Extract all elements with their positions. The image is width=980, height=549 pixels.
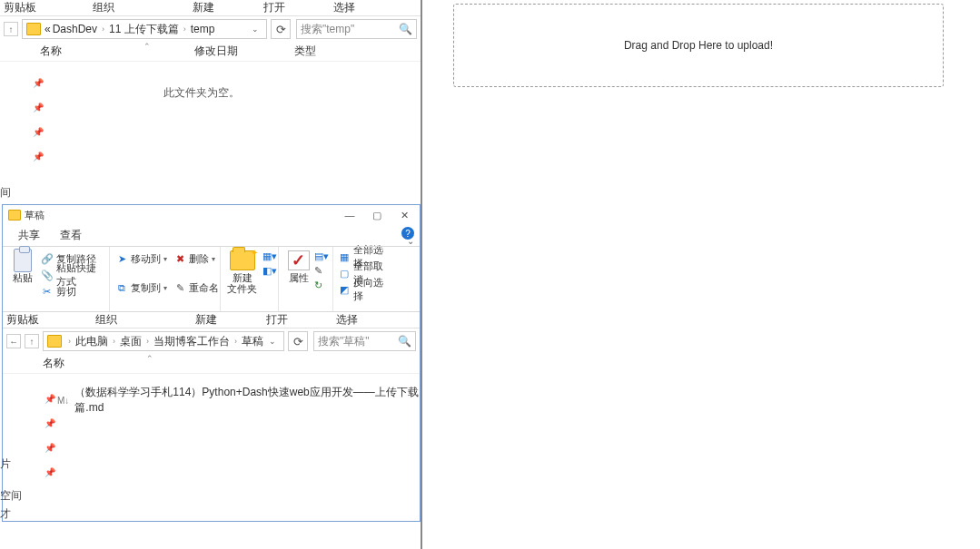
section-select-label: 选择 xyxy=(311,312,383,328)
section-open-label: 打开 xyxy=(243,312,311,328)
new-folder-button[interactable]: ✦ 新建 文件夹 xyxy=(223,249,262,294)
sort-indicator-icon: ⌃ xyxy=(144,42,151,51)
breadcrumb-2[interactable]: › 此电脑 › 桌面 › 当期博客工作台 › 草稿 ⌄ xyxy=(43,331,284,351)
section-new-label: 新建 xyxy=(167,0,240,15)
nav-up-button[interactable]: ↑ xyxy=(4,22,18,36)
column-name[interactable]: 名称 xyxy=(43,356,197,371)
paste-button[interactable]: 粘贴 xyxy=(8,249,37,299)
properties-button[interactable]: ✓ 属性 xyxy=(283,249,314,291)
ribbon-2: 粘贴 🔗复制路径 📎粘贴快捷方式 ✂剪切 ➤移动到▾ ⧉复制到▾ xyxy=(3,247,420,312)
select-none-icon: ▢ xyxy=(339,267,351,279)
paste-shortcut-button[interactable]: 📎粘贴快捷方式 xyxy=(41,267,104,283)
explorer-window-2: 草稿 — ▢ ✕ 共享 查看 ⌄ ? 粘贴 � xyxy=(2,204,421,522)
address-bar-2: ← ↑ › 此电脑 › 桌面 › 当期博客工作台 › 草稿 ⌄ ⟳ 搜索"草稿"… xyxy=(3,328,420,354)
address-bar-1: ↑ « DashDev › 11 上传下载篇 › temp ⌄ ⟳ 搜索"tem… xyxy=(0,16,421,42)
properties-icon: ✓ xyxy=(288,250,310,270)
new-item-icon[interactable]: ▦▾ xyxy=(262,250,277,262)
dropzone-label: Drag and Drop Here to upload! xyxy=(624,39,773,52)
tab-view[interactable]: 查看 xyxy=(50,224,92,246)
pin-icon: 📌 xyxy=(45,467,55,477)
edit-icon[interactable]: ✎ xyxy=(314,265,329,277)
chevron-right-icon: › xyxy=(110,337,118,346)
upload-dropzone[interactable]: Drag and Drop Here to upload! xyxy=(453,4,944,87)
scissors-icon: ✂ xyxy=(41,285,54,298)
breadcrumb-dropdown[interactable]: ⌄ xyxy=(265,337,280,346)
ribbon-tabs: 共享 查看 ⌄ ? xyxy=(3,225,420,247)
nav-up-button[interactable]: ↑ xyxy=(25,334,39,348)
column-date[interactable]: 修改日期 xyxy=(194,44,294,59)
breadcrumb-seg-draft[interactable]: 草稿 xyxy=(240,334,265,349)
chevron-right-icon: › xyxy=(144,337,152,346)
move-icon: ➤ xyxy=(115,252,128,265)
breadcrumb-seg-thispc[interactable]: 此电脑 xyxy=(74,334,110,349)
delete-button[interactable]: ✖删除▾ xyxy=(173,250,219,267)
tab-share[interactable]: 共享 xyxy=(8,224,50,246)
nav-back-button[interactable]: ← xyxy=(6,334,21,348)
minimize-button[interactable]: — xyxy=(336,206,363,224)
invert-icon: ◩ xyxy=(339,283,351,296)
search-icon[interactable]: 🔍 xyxy=(398,335,411,348)
sort-indicator-icon: ⌃ xyxy=(146,354,153,363)
breadcrumb-1[interactable]: « DashDev › 11 上传下载篇 › temp ⌄ xyxy=(22,19,267,39)
window-title: 草稿 xyxy=(25,209,45,222)
file-name: （数据科学学习手札114）Python+Dash快速web应用开发——上传下载篇… xyxy=(74,385,420,416)
breadcrumb-seg-dashdev[interactable]: DashDev xyxy=(51,23,99,35)
search-placeholder: 搜索"temp" xyxy=(301,22,399,37)
markdown-file-icon: M↓ xyxy=(57,394,69,407)
section-clipboard-label: 剪贴板 xyxy=(0,0,40,15)
search-input-2[interactable]: 搜索"草稿" 🔍 xyxy=(313,331,416,351)
file-pane-1[interactable]: 此文件夹为空。 📌 📌 📌 📌 xyxy=(0,62,421,191)
delete-icon: ✖ xyxy=(173,252,186,265)
quick-access-pins: 📌 📌 📌 📌 xyxy=(33,78,44,162)
breadcrumb-seg-temp[interactable]: temp xyxy=(189,23,217,35)
clipboard-icon xyxy=(14,249,32,272)
invert-selection-button[interactable]: ◩反向选择 xyxy=(339,281,390,298)
breadcrumb-seg-desktop[interactable]: 桌面 xyxy=(118,334,144,349)
chevron-right-icon: › xyxy=(99,25,107,34)
folder-icon xyxy=(8,210,21,221)
ribbon-section-labels-2: 剪贴板 组织 新建 打开 选择 xyxy=(3,312,420,328)
chevron-right-icon: › xyxy=(232,337,240,346)
sidebar-fragment-misc: 才 xyxy=(0,506,11,522)
column-type[interactable]: 类型 xyxy=(294,44,376,59)
section-organize-label: 组织 xyxy=(40,0,167,15)
sidebar-fragment-1: 间 xyxy=(0,185,11,201)
maximize-button[interactable]: ▢ xyxy=(363,206,391,224)
shortcut-icon: 📎 xyxy=(41,269,54,281)
sidebar-fragment-pictures: 片 xyxy=(0,456,11,472)
search-placeholder: 搜索"草稿" xyxy=(318,334,398,349)
rename-button[interactable]: ✎重命名 xyxy=(173,279,219,296)
column-name[interactable]: 名称 xyxy=(40,44,194,59)
help-icon[interactable]: ? xyxy=(401,227,414,240)
search-icon[interactable]: 🔍 xyxy=(399,23,412,35)
column-headers-2: ⌃ 名称 xyxy=(3,354,420,374)
cut-button[interactable]: ✂剪切 xyxy=(41,283,104,299)
ribbon-section-labels-1: 剪贴板 组织 新建 打开 选择 xyxy=(0,0,421,16)
history-icon[interactable]: ↻ xyxy=(314,279,329,291)
section-open-label: 打开 xyxy=(240,0,308,15)
section-clipboard-label: 剪贴板 xyxy=(3,312,43,328)
refresh-button[interactable]: ⟳ xyxy=(271,19,291,39)
pin-icon: 📌 xyxy=(45,418,55,428)
search-input-1[interactable]: 搜索"temp" 🔍 xyxy=(296,19,417,39)
section-organize-label: 组织 xyxy=(43,312,170,328)
close-button[interactable]: ✕ xyxy=(391,206,418,224)
chevron-right-icon: › xyxy=(181,25,189,34)
empty-folder-message: 此文件夹为空。 xyxy=(163,85,240,101)
breadcrumb-dropdown[interactable]: ⌄ xyxy=(248,25,262,34)
open-icon[interactable]: ▤▾ xyxy=(314,250,329,262)
breadcrumb-seg-11[interactable]: 11 上传下载篇 xyxy=(107,22,181,37)
section-new-label: 新建 xyxy=(170,312,243,328)
sidebar-fragment-space: 空间 xyxy=(0,488,22,504)
file-row[interactable]: M↓ （数据科学学习手札114）Python+Dash快速web应用开发——上传… xyxy=(3,390,420,410)
folder-icon xyxy=(47,335,62,348)
file-pane-2[interactable]: M↓ （数据科学学习手札114）Python+Dash快速web应用开发——上传… xyxy=(3,390,420,499)
easy-access-icon[interactable]: ◧▾ xyxy=(262,265,277,277)
refresh-button[interactable]: ⟳ xyxy=(288,331,308,351)
pin-icon: 📌 xyxy=(33,152,44,162)
breadcrumb-seg-blog[interactable]: 当期博客工作台 xyxy=(152,334,232,349)
chevron-right-icon: › xyxy=(65,337,74,346)
select-all-icon: ▦ xyxy=(339,250,351,263)
breadcrumb-ellipsis[interactable]: « xyxy=(45,23,51,35)
titlebar-2: 草稿 — ▢ ✕ xyxy=(3,205,420,225)
